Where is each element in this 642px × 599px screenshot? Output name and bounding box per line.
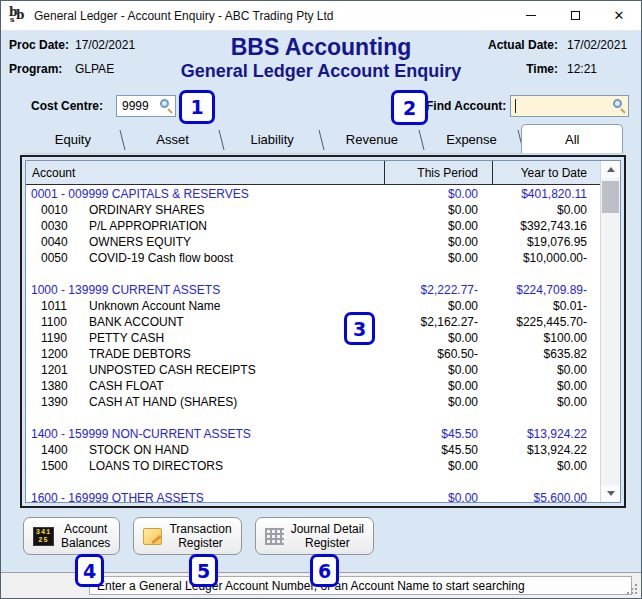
proc-date-label: Proc Date: (9, 38, 75, 52)
account-type-tabs: EquityAssetLiabilityRevenueExpenseAll (23, 126, 623, 154)
account-name: BANK ACCOUNT (89, 314, 184, 330)
annotation-mark-4: 4 (75, 554, 104, 587)
account-cell: 0001 - 009999 CAPITALS & RESERVES (26, 186, 384, 202)
section-row[interactable]: 1000 - 139999 CURRENT ASSETS$2,222.77-$2… (26, 282, 600, 298)
account-row[interactable]: 0040OWNERS EQUITY$0.00$19,076.95 (26, 234, 600, 250)
year-to-date-cell: $0.00 (492, 202, 600, 218)
account-cell: 1400 - 159999 NON-CURRENT ASSETS (26, 426, 384, 442)
journal-detail-register-button[interactable]: Journal DetailRegister (255, 517, 374, 555)
account-row[interactable]: 0010ORDINARY SHARES$0.00$0.00 (26, 202, 600, 218)
program-label: Program: (9, 62, 75, 76)
button-label-line: Account (61, 522, 110, 536)
account-cell: 1600 - 169999 OTHER ASSETS (26, 490, 384, 503)
this-period-cell: $60.50- (384, 346, 492, 362)
time-label: Time: (484, 62, 558, 76)
transaction-register-icon (143, 528, 162, 545)
account-row[interactable]: 1200TRADE DEBTORS$60.50-$635.82 (26, 346, 600, 362)
cost-centre-field-wrap (116, 95, 176, 117)
account-row[interactable]: 1380CASH FLOAT$0.00$0.00 (26, 378, 600, 394)
annotation-mark-5: 5 (189, 554, 218, 587)
maximize-icon (571, 11, 580, 20)
this-period-cell: $45.50 (384, 442, 492, 458)
button-label: Journal DetailRegister (291, 522, 364, 550)
year-to-date-cell: $0.00 (492, 458, 600, 474)
this-period-cell: $0.00 (384, 298, 492, 314)
year-to-date-cell: $10,000.00- (492, 250, 600, 266)
tab-revenue[interactable]: Revenue (322, 126, 422, 153)
account-code: 1500 (41, 458, 83, 474)
this-period-cell: $0.00 (384, 202, 492, 218)
account-row[interactable]: 1201UNPOSTED CASH RECEIPTS$0.00$0.00 (26, 362, 600, 378)
button-label-line: Journal Detail (291, 522, 364, 536)
account-cell: 0050COVID-19 Cash flow boost (26, 250, 384, 266)
this-period-cell: $2,162.27- (384, 314, 492, 330)
maximize-button[interactable] (553, 1, 597, 31)
minimize-button[interactable] (509, 1, 553, 31)
tab-label: Expense (446, 132, 497, 147)
screen-title: General Ledger Account Enquiry (181, 60, 461, 82)
account-code: 1190 (41, 330, 83, 346)
section-row[interactable]: 1400 - 159999 NON-CURRENT ASSETS$45.50$1… (26, 426, 600, 442)
account-code: 0010 (41, 202, 83, 218)
tab-expense[interactable]: Expense (422, 126, 522, 153)
account-code: 0050 (41, 250, 83, 266)
header-left: Proc Date:17/02/2021 Program:GLPAE (9, 38, 135, 86)
annotation-mark-3: 3 (344, 312, 375, 345)
section-row[interactable]: 0001 - 009999 CAPITALS & RESERVES$0.00$4… (26, 186, 600, 202)
cost-centre-search-icon[interactable] (160, 99, 173, 112)
account-cell: 1100BANK ACCOUNT (26, 314, 384, 330)
tab-all[interactable]: All (521, 124, 623, 153)
transaction-register-button[interactable]: TransactionRegister (133, 517, 241, 555)
account-row[interactable]: 1190PETTY CASH$0.00$100.00 (26, 330, 600, 346)
year-to-date-cell: $0.00 (492, 394, 600, 410)
account-row[interactable]: 1011Unknown Account Name$0.00$0.01- (26, 298, 600, 314)
resize-grip[interactable] (635, 592, 637, 594)
journal-detail-register-icon (265, 528, 284, 545)
this-period-cell: $0.00 (384, 250, 492, 266)
annotation-mark-6: 6 (310, 554, 339, 587)
minimize-icon (526, 15, 536, 16)
actual-date-label: Actual Date: (484, 38, 558, 52)
column-header-account[interactable]: Account (26, 166, 384, 180)
tab-equity[interactable]: Equity (23, 126, 123, 153)
year-to-date-cell: $0.00 (492, 378, 600, 394)
account-row[interactable]: 1500LOANS TO DIRECTORS$0.00$0.00 (26, 458, 600, 474)
annotation-mark-1: 1 (179, 90, 215, 124)
section-row[interactable]: 1600 - 169999 OTHER ASSETS$0.00$5,600.00 (26, 490, 600, 503)
find-account-search-icon[interactable] (613, 99, 626, 112)
grid-header-row: Account This Period Year to Date (26, 161, 600, 185)
account-name: TRADE DEBTORS (89, 346, 191, 362)
scrollbar-thumb[interactable] (602, 181, 619, 213)
app-title: BBS Accounting (181, 34, 461, 60)
button-label-line: Transaction (169, 522, 231, 536)
tab-label: Liability (251, 132, 294, 147)
column-header-this-period[interactable]: This Period (384, 161, 492, 184)
tab-asset[interactable]: Asset (123, 126, 223, 153)
account-row[interactable]: 0030P/L APPROPRIATION$0.00$392,743.16 (26, 218, 600, 234)
time-value: 12:21 (567, 62, 631, 76)
account-row[interactable]: 0050COVID-19 Cash flow boost$0.00$10,000… (26, 250, 600, 266)
this-period-cell: $0.00 (384, 378, 492, 394)
blank-row (26, 266, 600, 282)
year-to-date-cell: $0.01- (492, 298, 600, 314)
app-window: bsb General Ledger - Account Enquiry - A… (0, 0, 642, 599)
column-header-year-to-date[interactable]: Year to Date (492, 161, 600, 184)
account-name: CASH AT HAND (SHARES) (89, 394, 237, 410)
account-row[interactable]: 1100BANK ACCOUNT$2,162.27-$225,445.70- (26, 314, 600, 330)
find-account-field-wrap (510, 95, 629, 117)
scroll-down-icon (607, 491, 615, 496)
find-account-input[interactable] (510, 95, 629, 117)
account-balances-button[interactable]: 34125AccountBalances (23, 517, 120, 555)
status-message: Enter a General Ledger Account Number, o… (89, 576, 632, 595)
blank-row (26, 474, 600, 490)
this-period-cell: $0.00 (384, 218, 492, 234)
vertical-scrollbar[interactable] (600, 161, 620, 502)
close-button[interactable]: ✕ (597, 1, 641, 31)
scroll-up-button[interactable] (601, 161, 620, 178)
button-label-line: Balances (61, 536, 110, 550)
account-code: 1201 (41, 362, 83, 378)
account-row[interactable]: 1400STOCK ON HAND$45.50$13,924.22 (26, 442, 600, 458)
scroll-down-button[interactable] (601, 485, 620, 502)
tab-liability[interactable]: Liability (222, 126, 322, 153)
account-row[interactable]: 1390CASH AT HAND (SHARES)$0.00$0.00 (26, 394, 600, 410)
